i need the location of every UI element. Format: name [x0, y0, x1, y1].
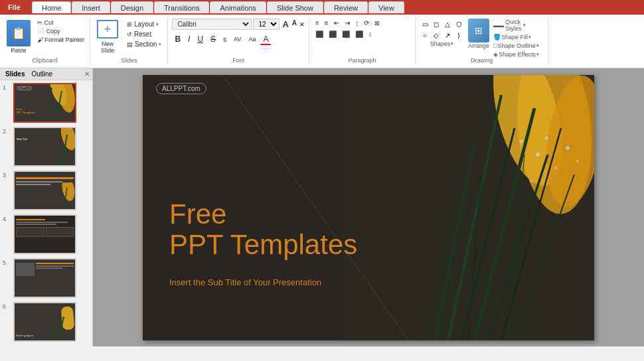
format-painter-button[interactable]: 🖌 Format Painter: [36, 36, 86, 44]
font-family-select[interactable]: Calibri: [172, 19, 252, 30]
shape-fill-button[interactable]: 🪣 Shape Fill ▾: [493, 34, 539, 40]
svg-line-3: [48, 88, 52, 123]
arrange-button[interactable]: ⊞: [468, 19, 489, 42]
numbering-button[interactable]: ≡: [323, 19, 331, 27]
allppt-badge: ALLPPT.com: [156, 83, 206, 94]
para-row1: ≡ ≡ ⇤ ⇥ ⫶ ⟳ ⊠: [313, 19, 382, 27]
shadow-button[interactable]: s: [220, 35, 229, 44]
copy-button[interactable]: 📄 Copy: [36, 27, 86, 35]
shape-options-section: ▬▬ QuickStyles ▾ 🪣 Shape Fill ▾ □ Shape …: [493, 19, 539, 58]
bullets-button[interactable]: ≡: [313, 19, 321, 27]
arrange-icon: ⊞: [475, 25, 483, 36]
font-group-label: Font: [172, 57, 305, 64]
columns-button[interactable]: ⫶: [353, 19, 361, 27]
align-center-button[interactable]: ⬛: [327, 30, 339, 38]
slides-group-label: Slides: [94, 57, 163, 64]
tab-insert[interactable]: Insert: [72, 1, 110, 13]
shapes-panel: ▭ ◻ △ ⬡ ○ ◇ ↗ ⟩: [420, 19, 464, 40]
slide-subtitle: Insert the Sub Title of Your Presentatio…: [169, 277, 321, 287]
file-tab[interactable]: File: [0, 0, 29, 15]
shape-fill-arrow: ▾: [528, 35, 531, 40]
bold-button[interactable]: B: [172, 33, 183, 45]
clear-format-button[interactable]: ✕: [299, 21, 305, 28]
thumb-img-5: [13, 258, 76, 298]
increase-font-button[interactable]: A: [281, 19, 289, 29]
shape-item-5[interactable]: ○: [420, 30, 430, 40]
tab-home[interactable]: Home: [32, 1, 71, 13]
font-color-button[interactable]: A: [260, 33, 271, 45]
paste-icon: [7, 20, 31, 46]
char-spacing-button[interactable]: AV: [231, 35, 244, 44]
shape-item-2[interactable]: ◻: [431, 19, 442, 29]
thumb-line-5a: [36, 263, 74, 264]
italic-button[interactable]: I: [185, 33, 193, 45]
thumb-num-1: 1: [3, 84, 11, 91]
thumb-content-5: [16, 263, 35, 276]
reset-button[interactable]: ↺ Reset: [125, 30, 163, 38]
slides-group: + NewSlide ⊞ Layout ▾ ↺ Reset: [90, 17, 168, 65]
slide-canvas[interactable]: ALLPPT.com: [143, 75, 594, 340]
justify-button[interactable]: ⬛: [353, 30, 365, 38]
font-size-select[interactable]: 12: [253, 19, 280, 30]
clipboard-buttons: ✂ Cut 📄 Copy 🖌 Format Painter: [36, 19, 86, 44]
tab-review[interactable]: Review: [324, 1, 368, 13]
slide-thumb-5[interactable]: 5: [3, 258, 90, 298]
slide-thumbnails: 1 FreePPT Templates ALLPPT.com: [0, 80, 92, 346]
thumb-text-1: FreePPT Templates: [17, 108, 35, 115]
quick-styles-button[interactable]: ▬▬ QuickStyles ▾: [493, 19, 539, 32]
thumb-line-4b: [16, 222, 68, 223]
ribbon-content: Paste ✂ Cut 📄 Copy 🖌 Format Painter Clip…: [0, 15, 644, 68]
panel-close-button[interactable]: ✕: [84, 70, 90, 78]
paste-button[interactable]: Paste: [4, 19, 33, 55]
drawing-group-label: Drawing: [420, 57, 544, 64]
line-spacing-button[interactable]: ↕: [366, 30, 374, 38]
shapes-button[interactable]: Shapes ▾: [430, 40, 454, 47]
slide-thumb-3[interactable]: 3: [3, 171, 90, 210]
cut-button[interactable]: ✂ Cut: [36, 19, 86, 27]
underline-button[interactable]: U: [195, 33, 206, 45]
tab-view[interactable]: View: [368, 1, 404, 13]
thumb-line-3b: [16, 184, 50, 185]
font-row2: B I U S s AV Aa A: [172, 33, 271, 45]
decrease-indent-button[interactable]: ⇤: [332, 19, 341, 27]
slide-thumb-4[interactable]: 4: [3, 214, 90, 254]
shape-outline-button[interactable]: □ Shape Outline ▾: [493, 42, 539, 49]
decrease-font-button[interactable]: A: [291, 19, 298, 29]
panel-tab-slides[interactable]: Slides: [3, 70, 27, 78]
shape-item-7[interactable]: ↗: [442, 30, 453, 40]
thumb-img-2: Slide Title: [13, 127, 76, 167]
slide-thumb-1[interactable]: 1 FreePPT Templates ALLPPT.com: [3, 83, 90, 123]
slide-thumb-6[interactable]: 6 Running figure: [3, 302, 90, 342]
font-size-buttons: A A: [281, 19, 298, 29]
smartart-button[interactable]: ⊠: [372, 19, 382, 27]
new-slide-button[interactable]: +: [94, 19, 121, 40]
tab-animations[interactable]: Animations: [210, 1, 266, 13]
tab-design[interactable]: Design: [111, 1, 153, 13]
quick-styles-icon: ▬▬: [493, 23, 504, 29]
panel-tabs: Slides Outline: [3, 70, 55, 78]
quick-styles-label: QuickStyles: [505, 19, 522, 32]
font-row1: Calibri 12 A A ✕: [172, 19, 305, 30]
shape-item-3[interactable]: △: [442, 19, 453, 29]
panel-tab-outline[interactable]: Outline: [29, 70, 55, 78]
slide-thumb-2[interactable]: 2 Slide Title: [3, 127, 90, 167]
tab-transitions[interactable]: Transitions: [154, 1, 209, 13]
text-direction-button[interactable]: ⟳: [362, 19, 371, 27]
thumb-img-4: [13, 214, 76, 254]
shape-item-8[interactable]: ⟩: [453, 30, 464, 40]
shape-item-1[interactable]: ▭: [420, 19, 430, 29]
align-left-button[interactable]: ⬛: [313, 30, 325, 38]
thumb-num-6: 6: [3, 303, 11, 310]
align-right-button[interactable]: ⬛: [340, 30, 352, 38]
section-button[interactable]: ▤ Section ▾: [125, 40, 163, 48]
increase-indent-button[interactable]: ⇥: [343, 19, 352, 27]
tab-slideshow[interactable]: Slide Show: [267, 1, 323, 13]
thumb-flower-3: [52, 182, 75, 209]
font-group: Calibri 12 A A ✕ B I U S s: [168, 17, 309, 65]
case-button[interactable]: Aa: [246, 35, 258, 44]
shape-item-6[interactable]: ◇: [431, 30, 442, 40]
strikethrough-button[interactable]: S: [208, 33, 218, 45]
thumb-num-3: 3: [3, 172, 11, 179]
layout-button[interactable]: ⊞ Layout ▾: [125, 20, 163, 29]
shape-item-4[interactable]: ⬡: [453, 19, 464, 29]
